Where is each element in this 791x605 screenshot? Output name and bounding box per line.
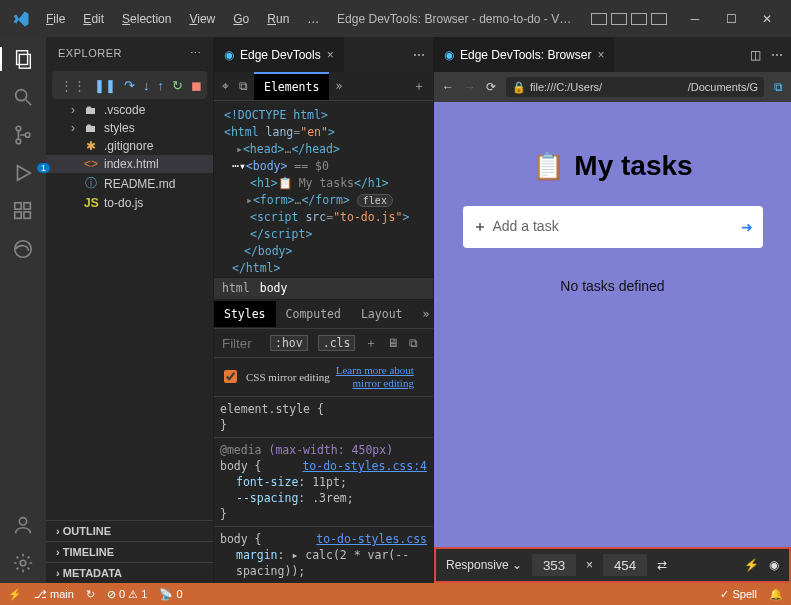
activity-search-icon[interactable] <box>11 85 35 109</box>
activity-account-icon[interactable] <box>11 513 35 537</box>
window-minimize[interactable]: ─ <box>677 5 713 33</box>
reload-icon[interactable]: ⟳ <box>486 80 496 94</box>
new-rule-icon[interactable]: ＋ <box>365 336 377 351</box>
menu-edit[interactable]: Edit <box>75 8 112 30</box>
inspect-icon[interactable]: ⌖ <box>218 79 233 93</box>
problems-indicator[interactable]: ⊘ 0 ⚠ 1 <box>107 588 147 601</box>
tab-more-icon[interactable]: ⋯ <box>771 48 783 62</box>
menu-view[interactable]: View <box>181 8 223 30</box>
submit-icon[interactable]: ➜ <box>741 219 753 235</box>
window-title: Edge DevTools: Browser - demo-to-do - V… <box>327 12 581 26</box>
device-em-icon[interactable]: 🖥 <box>387 336 399 350</box>
styles-more-icon[interactable]: » <box>412 301 433 327</box>
elements-tab[interactable]: Elements <box>254 72 329 100</box>
debug-stop-icon[interactable]: ◼ <box>191 78 202 93</box>
sync-icon[interactable]: ↻ <box>86 588 95 601</box>
activity-debug-icon[interactable]: 1 <box>11 161 35 185</box>
close-icon[interactable]: × <box>327 48 334 62</box>
close-icon[interactable]: × <box>597 48 604 62</box>
add-task-placeholder[interactable]: Add a task <box>493 218 559 234</box>
forward-icon[interactable]: → <box>464 80 476 94</box>
crumb-body[interactable]: body <box>260 281 288 295</box>
device-width-input[interactable] <box>532 554 576 576</box>
svg-point-14 <box>20 560 26 566</box>
debug-step-into-icon[interactable]: ↓ <box>143 78 150 93</box>
menu-file[interactable]: FFileile <box>38 8 73 30</box>
notifications-icon[interactable]: 🔔 <box>769 588 783 601</box>
activity-settings-icon[interactable] <box>11 551 35 575</box>
css-link2[interactable]: to-do-styles.css <box>316 531 427 547</box>
device-icon[interactable]: ⧉ <box>235 79 252 93</box>
debug-step-out-icon[interactable]: ↑ <box>158 78 165 93</box>
menu-selection[interactable]: Selection <box>114 8 179 30</box>
split-icon[interactable]: ◫ <box>750 48 761 62</box>
css-link[interactable]: to-do-styles.css:4 <box>302 458 427 474</box>
wand-icon[interactable]: ⚡ <box>744 558 759 572</box>
activity-explorer-icon[interactable] <box>11 47 35 71</box>
device-times: × <box>586 558 593 572</box>
eye-icon[interactable]: ◉ <box>769 558 779 572</box>
file-vscode[interactable]: ›🖿.vscode <box>46 101 213 119</box>
svg-point-13 <box>19 518 26 525</box>
explorer-more-icon[interactable]: ⋯ <box>190 47 202 60</box>
svg-line-3 <box>26 100 32 106</box>
device-mode-select[interactable]: Responsive ⌄ <box>446 558 522 572</box>
mirror-checkbox[interactable] <box>224 370 237 383</box>
debug-toolbar[interactable]: ⋮⋮ ❚❚ ↷ ↓ ↑ ↻ ◼ <box>52 71 207 99</box>
open-devtools-icon[interactable]: ⧉ <box>774 80 783 94</box>
crumb-html[interactable]: html <box>222 281 250 295</box>
cls-toggle[interactable]: .cls <box>318 335 356 351</box>
debug-badge: 1 <box>37 163 50 173</box>
dom-tree[interactable]: <!DOCTYPE html> <html lang="en"> ▸<head>… <box>214 101 433 277</box>
menu-more[interactable]: … <box>299 8 327 30</box>
rotate-icon[interactable]: ⇄ <box>657 558 667 572</box>
section-outline[interactable]: › OUTLINE <box>46 520 213 541</box>
styles-tab[interactable]: Styles <box>214 301 276 327</box>
add-tab-icon[interactable]: ＋ <box>409 79 429 94</box>
menu-run[interactable]: Run <box>259 8 297 30</box>
activity-scm-icon[interactable] <box>11 123 35 147</box>
styles-filter-input[interactable] <box>220 335 260 352</box>
tab-browser[interactable]: ◉Edge DevTools: Browser× <box>434 37 615 72</box>
debug-restart-icon[interactable]: ↻ <box>172 78 183 93</box>
svg-marker-7 <box>18 166 31 181</box>
tab-devtools[interactable]: ◉Edge DevTools× <box>214 37 345 72</box>
file-gitignore[interactable]: ✱.gitignore <box>46 137 213 155</box>
layout-presets[interactable] <box>591 13 667 25</box>
hov-toggle[interactable]: :hov <box>270 335 308 351</box>
file-styles[interactable]: ›🖿styles <box>46 119 213 137</box>
spell-indicator[interactable]: ✓ Spell <box>720 588 757 601</box>
copy-icon[interactable]: ⧉ <box>409 336 418 350</box>
branch-indicator[interactable]: ⎇ main <box>34 588 74 601</box>
layout-tab[interactable]: Layout <box>351 301 413 327</box>
remote-icon[interactable]: ⚡ <box>8 588 22 601</box>
mirror-link2[interactable]: mirror editing <box>353 377 414 389</box>
svg-point-5 <box>16 139 21 144</box>
section-timeline[interactable]: › TIMELINE <box>46 541 213 562</box>
no-tasks-text: No tasks defined <box>560 278 664 294</box>
window-close[interactable]: ✕ <box>749 5 785 33</box>
section-metadata[interactable]: › METADATA <box>46 562 213 583</box>
file-todo-js[interactable]: JSto-do.js <box>46 194 213 212</box>
window-maximize[interactable]: ☐ <box>713 5 749 33</box>
debug-pause-icon[interactable]: ❚❚ <box>94 78 116 93</box>
ports-indicator[interactable]: 📡 0 <box>159 588 182 601</box>
back-icon[interactable]: ← <box>442 80 454 94</box>
tab-more-icon[interactable]: ⋯ <box>413 48 425 62</box>
activity-edge-icon[interactable] <box>11 237 35 261</box>
debug-step-over-icon[interactable]: ↷ <box>124 78 135 93</box>
menu-go[interactable]: Go <box>225 8 257 30</box>
url-bar[interactable]: 🔒file:///C:/Users//Documents/G <box>506 77 764 97</box>
activity-extensions-icon[interactable] <box>11 199 35 223</box>
file-index-html[interactable]: <>index.html <box>46 155 213 173</box>
mirror-link[interactable]: Learn more about <box>336 364 414 376</box>
debug-drag-icon[interactable]: ⋮⋮ <box>60 78 86 93</box>
more-tabs-icon[interactable]: » <box>331 79 346 93</box>
styles-pane[interactable]: element.style { } @media (max-width: 450… <box>214 397 433 583</box>
file-readme[interactable]: ⓘREADME.md <box>46 173 213 194</box>
edge-icon: ◉ <box>444 48 454 62</box>
device-height-input[interactable] <box>603 554 647 576</box>
plus-icon: ＋ <box>473 218 487 234</box>
add-task-form[interactable]: ＋Add a task ➜ <box>463 206 763 248</box>
computed-tab[interactable]: Computed <box>276 301 351 327</box>
